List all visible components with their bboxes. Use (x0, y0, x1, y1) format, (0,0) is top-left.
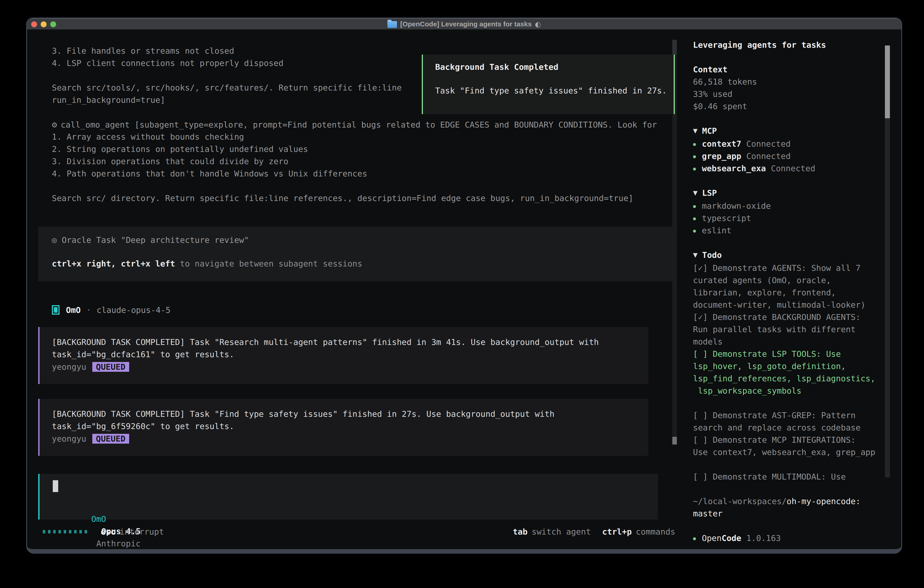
tool-call-text: call_omo_agent [subagent_type=explore, p… (61, 120, 657, 129)
status-dot-icon (693, 143, 696, 146)
mcp-section-header[interactable]: ▼MCP (693, 125, 889, 138)
task-message-line: [BACKGROUND TASK COMPLETED] Task "Resear… (52, 336, 648, 349)
tab-key-hint: tab (513, 527, 528, 537)
zoom-window-button[interactable] (50, 21, 56, 27)
ctrlp-key-hint: ctrl+p (602, 527, 632, 537)
status-dot-icon (693, 230, 696, 233)
task-message-line: task_id="bg_dcfac161" to get results. (52, 349, 648, 361)
context-tokens: 66,518 tokens (693, 76, 889, 88)
status-dot-icon (693, 537, 696, 540)
mcp-item: websearch_exaConnected (693, 162, 889, 175)
lsp-item: typescript (693, 212, 889, 225)
toast-title: Background Task Completed (435, 61, 674, 73)
task-meta-row: yeongyu QUEUED (52, 433, 648, 445)
lsp-item: eslint (693, 225, 889, 237)
status-dot-icon (693, 155, 696, 158)
todo-item-done: [✓] Demonstrate AGENTS: Show all 7 curat… (693, 262, 889, 311)
subagent-navigation-hint: ctrl+x right, ctrl+x left to navigate be… (52, 258, 675, 270)
status-bar-right: tab switch agent ctrl+p commands (513, 525, 675, 538)
main-scrollbar-segment (672, 40, 677, 55)
lsp-section-header[interactable]: ▼LSP (693, 187, 889, 200)
tool-call-line: ⚙call_omo_agent [subagent_type=explore, … (52, 119, 657, 131)
session-title: Leveraging agents for tasks (693, 39, 889, 51)
sidebar-scrollbar-track[interactable] (885, 118, 890, 477)
terminal-line: 4. Path operations that don't handle Win… (52, 168, 657, 180)
gear-icon: ⚙ (52, 120, 57, 130)
mcp-item: grep_appConnected (693, 150, 889, 162)
session-sidebar: Leveraging agents for tasks Context 66,5… (693, 39, 889, 544)
status-badge: QUEUED (92, 434, 129, 444)
status-dot-icon (693, 217, 696, 220)
status-dot-icon (693, 168, 696, 170)
esc-key-hint: esc (101, 527, 116, 537)
sidebar-scrollbar-thumb[interactable] (885, 45, 890, 118)
window-title: [OpenCode] Leveraging agents for tasks ◐ (388, 20, 541, 28)
version-row: OpenCode1.0.163 (693, 532, 889, 544)
close-window-button[interactable] (31, 21, 37, 27)
workspace-path: ~/local-workspaces/oh-my-opencode:master (693, 495, 889, 520)
terminal-line (52, 180, 657, 192)
task-user: yeongyu (52, 362, 86, 372)
tab-key-action: switch agent (531, 527, 591, 537)
todo-section-header[interactable]: ▼Todo (693, 249, 889, 262)
input-agent-name: OmO (91, 514, 106, 524)
terminal-content: 3. File handles or streams not closed 4.… (27, 30, 901, 549)
minimize-window-button[interactable] (41, 21, 46, 27)
status-dot-icon (693, 205, 696, 208)
oracle-task-panel: ◎ Oracle Task "Deep architecture review"… (38, 227, 675, 281)
esc-key-action: interrupt (120, 527, 164, 537)
title-bar: [OpenCode] Leveraging agents for tasks ◐ (27, 18, 901, 30)
agent-session-header: OmO · claude-opus-4-5 (52, 304, 170, 316)
task-meta-row: yeongyu QUEUED (52, 361, 648, 373)
todo-item-done: [✓] Demonstrate BACKGROUND AGENTS: Run p… (693, 311, 889, 348)
status-badge: QUEUED (92, 362, 129, 372)
todo-item-pending: [ ] Demonstrate AST-GREP: Pattern search… (693, 409, 889, 434)
text-cursor (53, 480, 58, 492)
collapse-triangle-icon: ▼ (693, 187, 698, 199)
task-message-line: task_id="bg_6f59260c" to get results. (52, 420, 648, 433)
session-progress-icon: ◐ (535, 20, 541, 28)
shortcut-keys: ctrl+x right, ctrl+x left (52, 259, 175, 268)
input-model-provider: Anthropic (96, 539, 140, 548)
collapse-triangle-icon: ▼ (693, 249, 698, 261)
background-task-message: [BACKGROUND TASK COMPLETED] Task "Resear… (38, 327, 648, 384)
todo-item-pending: [ ] Demonstrate MCP INTEGRATIONS: Use co… (693, 434, 889, 458)
ctrlp-key-action: commands (636, 527, 675, 537)
terminal-line: 3. Division operations that could divide… (52, 155, 657, 168)
model-info-row: OmO Opus 4.5 Anthropic (52, 501, 141, 513)
context-spent: $0.46 spent (693, 100, 889, 112)
prompt-input[interactable]: OmO Opus 4.5 Anthropic (38, 474, 658, 520)
status-bar-left: esc interrupt (43, 525, 164, 538)
context-used: 33% used (693, 88, 889, 100)
mcp-item: context7Connected (693, 138, 889, 150)
collapse-triangle-icon: ▼ (693, 125, 698, 137)
shortcut-description: to navigate between subagent sessions (175, 259, 362, 268)
agent-name: OmO (66, 306, 81, 315)
task-message-line: [BACKGROUND TASK COMPLETED] Task "Find t… (52, 408, 648, 420)
window-title-text: [OpenCode] Leveraging agents for tasks (400, 20, 531, 28)
separator-dot: · (86, 306, 91, 315)
main-scrollbar-thumb[interactable] (672, 437, 677, 444)
agent-model: claude-opus-4-5 (97, 306, 170, 315)
terminal-line: Search src/ directory. Return specific f… (52, 192, 657, 205)
toast-body: Task "Find type safety issues" finished … (435, 84, 674, 97)
task-user: yeongyu (52, 434, 86, 443)
oracle-icon: ◎ (52, 235, 57, 244)
terminal-line: 2. String operations on potentially unde… (52, 143, 657, 155)
busy-spinner-dots (43, 530, 87, 533)
todo-item-pending: [ ] Demonstrate MULTIMODAL: Use (693, 471, 889, 483)
traffic-lights (31, 21, 56, 27)
lsp-item: markdown-oxide (693, 200, 889, 212)
terminal-line: 1. Array access without bounds checking (52, 131, 657, 143)
todo-item-active: [ ] Demonstrate LSP TOOLS: Use lsp_hover… (693, 348, 889, 397)
folder-icon (388, 21, 397, 28)
background-task-toast[interactable]: Background Task Completed Task "Find typ… (422, 55, 675, 114)
app-window: [OpenCode] Leveraging agents for tasks ◐… (26, 18, 902, 554)
background-task-message: [BACKGROUND TASK COMPLETED] Task "Find t… (38, 399, 648, 456)
agent-square-icon (52, 305, 59, 315)
oracle-task-title: ◎ Oracle Task "Deep architecture review" (52, 234, 675, 246)
context-heading: Context (693, 63, 889, 76)
